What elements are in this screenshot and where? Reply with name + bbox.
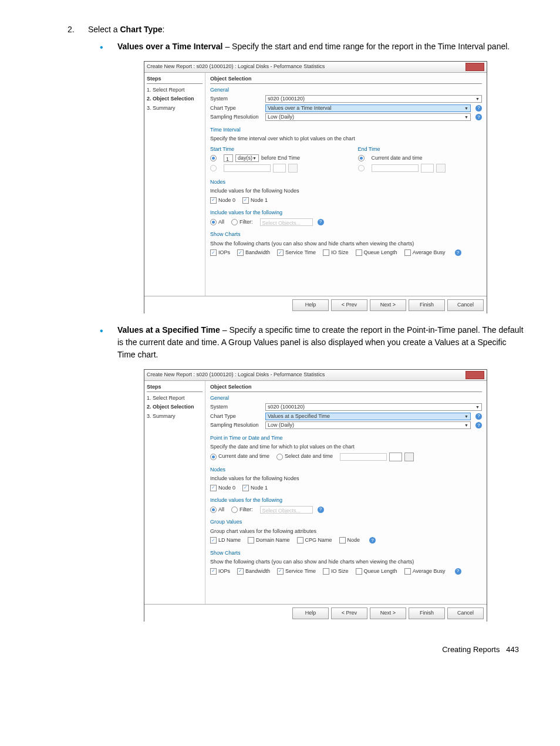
step-object-selection[interactable]: 2. Object Selection (147, 403, 203, 412)
general-section: General (210, 394, 482, 403)
step2-tail: : (163, 25, 165, 34)
io-size-check[interactable]: IO Size (323, 249, 349, 257)
finish-button[interactable]: Finish (409, 299, 445, 311)
help-icon[interactable]: ? (369, 537, 376, 544)
node1-check[interactable]: Node 1 (242, 197, 268, 205)
filter-filter-radio[interactable]: Filter: (231, 218, 253, 227)
stepper-icon[interactable] (421, 164, 434, 173)
node1-check[interactable]: Node 1 (242, 484, 268, 492)
pit-desc: Specify the date and time for which to p… (210, 443, 482, 451)
avg-busy-check[interactable]: Average Busy (404, 568, 446, 576)
node-check[interactable]: Node (339, 536, 360, 545)
system-select[interactable]: s020 (1000120)▼ (265, 95, 482, 103)
chart-type-select[interactable]: Values over a Time Interval▼ (265, 104, 471, 112)
time-interval-section: Time Interval (210, 126, 482, 134)
prev-button[interactable]: < Prev (331, 607, 367, 619)
stepper-icon[interactable] (273, 164, 286, 173)
start-relative-radio[interactable] (210, 155, 217, 161)
bullet-a-title: Values over a Time Interval (117, 42, 223, 51)
window-title: Create New Report : s020 (1000120) : Log… (147, 63, 465, 71)
node0-check[interactable]: Node 0 (210, 197, 235, 205)
iops-check[interactable]: IOPs (210, 568, 230, 576)
page-number: 443 (506, 645, 519, 654)
group-values-desc: Group chart values for the following att… (210, 528, 482, 536)
help-icon[interactable]: ? (318, 507, 324, 513)
help-icon[interactable]: ? (475, 422, 482, 428)
step2-bold: Chart Type (120, 25, 162, 34)
object-selection-title: Object Selection (210, 75, 482, 84)
calendar-icon[interactable] (288, 164, 298, 173)
nodes-desc: Include values for the following Nodes (210, 187, 482, 195)
step-summary[interactable]: 3. Summary (147, 104, 203, 113)
help-icon[interactable]: ? (318, 219, 324, 225)
node0-check[interactable]: Node 0 (210, 484, 235, 492)
end-absolute-radio[interactable] (358, 165, 365, 171)
calendar-icon[interactable] (404, 453, 414, 461)
chart-type-label: Chart Type (210, 104, 263, 113)
dt-input[interactable] (340, 453, 387, 461)
ld-name-check[interactable]: LD Name (210, 536, 241, 545)
step-select-report[interactable]: 1. Select Report (147, 86, 203, 95)
io-size-check[interactable]: IO Size (323, 568, 349, 576)
system-select[interactable]: s020 (1000120)▼ (265, 403, 482, 411)
prev-button[interactable]: < Prev (331, 299, 367, 311)
group-values-section: Group Values (210, 518, 482, 526)
next-button[interactable]: Next > (370, 607, 406, 619)
queue-length-check[interactable]: Queue Length (356, 249, 397, 257)
service-time-check[interactable]: Service Time (277, 249, 316, 257)
finish-button[interactable]: Finish (409, 607, 445, 619)
help-icon[interactable]: ? (455, 568, 461, 575)
filter-all-radio[interactable]: All (210, 218, 224, 227)
days-unit-select[interactable]: day(s)▼ (235, 154, 259, 162)
start-date-input[interactable] (224, 164, 271, 172)
end-current-radio[interactable] (358, 155, 365, 161)
start-absolute-radio[interactable] (210, 165, 217, 171)
show-charts-section: Show Charts (210, 549, 482, 558)
help-button[interactable]: Help (292, 299, 329, 311)
system-label: System (210, 403, 263, 411)
current-dt-radio[interactable]: Current date and time (210, 453, 269, 461)
select-dt-radio[interactable]: Select date and time (276, 453, 333, 461)
days-input[interactable]: 1 (224, 154, 233, 162)
help-icon[interactable]: ? (455, 249, 461, 256)
end-date-input[interactable] (372, 164, 419, 172)
cpg-name-check[interactable]: CPG Name (297, 536, 332, 545)
help-icon[interactable]: ? (475, 105, 482, 112)
filter-filter-radio[interactable]: Filter: (231, 506, 253, 514)
stepper-icon[interactable] (389, 453, 402, 461)
filter-objects-input[interactable]: Select Objects... (260, 506, 313, 514)
calendar-icon[interactable] (436, 164, 446, 173)
service-time-check[interactable]: Service Time (277, 568, 316, 576)
chart-type-select[interactable]: Values at a Specified Time▼ (265, 413, 471, 420)
cancel-button[interactable]: Cancel (447, 607, 484, 619)
bandwidth-check[interactable]: Bandwidth (237, 568, 270, 576)
help-icon[interactable]: ? (475, 114, 482, 120)
nodes-desc: Include values for the following Nodes (210, 475, 482, 483)
end-time-label: End Time (358, 146, 483, 154)
help-icon[interactable]: ? (475, 413, 482, 420)
include-values-section: Include values for the following (210, 209, 482, 217)
filter-objects-input[interactable]: Select Objects... (260, 218, 313, 226)
cancel-button[interactable]: Cancel (447, 299, 484, 311)
sampling-select[interactable]: Low (Daily)▼ (265, 421, 471, 429)
show-charts-section: Show Charts (210, 231, 482, 239)
step-summary[interactable]: 3. Summary (147, 412, 203, 421)
step-select-report[interactable]: 1. Select Report (147, 394, 203, 403)
window-close-icon[interactable] (465, 371, 484, 379)
pit-section: Point in Time or Date and Time (210, 434, 482, 443)
sampling-select[interactable]: Low (Daily)▼ (265, 113, 471, 121)
next-button[interactable]: Next > (370, 299, 406, 311)
time-interval-desc: Specify the time interval over which to … (210, 135, 482, 143)
step-object-selection[interactable]: 2. Object Selection (147, 94, 203, 104)
queue-length-check[interactable]: Queue Length (356, 568, 397, 576)
help-button[interactable]: Help (292, 607, 329, 619)
iops-check[interactable]: IOPs (210, 249, 230, 257)
window-close-icon[interactable] (465, 63, 484, 71)
include-values-section: Include values for the following (210, 497, 482, 505)
filter-all-radio[interactable]: All (210, 506, 224, 514)
bandwidth-check[interactable]: Bandwidth (237, 249, 270, 257)
domain-name-check[interactable]: Domain Name (248, 536, 290, 545)
avg-busy-check[interactable]: Average Busy (404, 249, 446, 257)
footer-text: Creating Reports (442, 645, 500, 654)
show-charts-desc: Show the following charts (you can also … (210, 240, 482, 248)
